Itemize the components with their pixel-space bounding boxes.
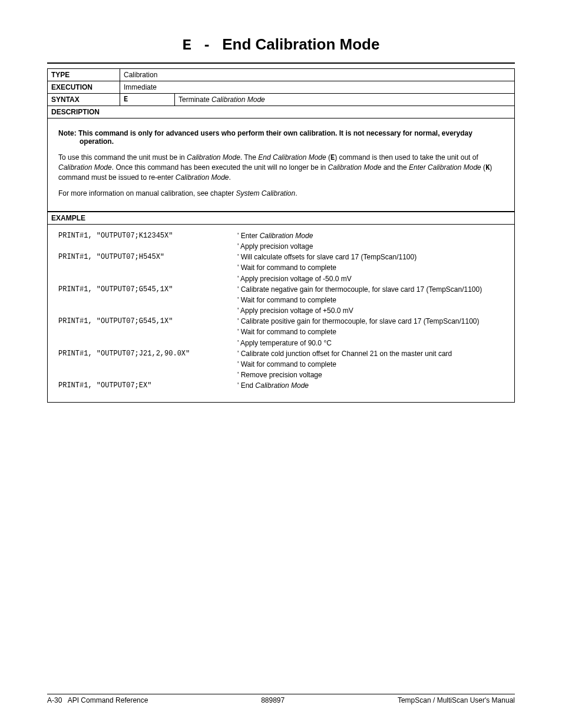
footer-left: A-30 API Command Reference [47,696,148,704]
example-row: PRINT#1, "OUTPUT07;H545X"' Will calculat… [58,252,504,262]
description-para2: For more information on manual calibrati… [58,189,504,198]
example-code: PRINT#1, "OUTPUT07;J21,2,90.0X" [58,348,237,359]
example-code: PRINT#1, "OUTPUT07;G545,1X" [58,284,237,295]
syntax-code: E [120,94,175,106]
example-code: PRINT#1, "OUTPUT07;K12345X" [58,230,237,241]
example-row: ' Remove precision voltage [58,370,504,380]
example-row: PRINT#1, "OUTPUT07;J21,2,90.0X"' Calibra… [58,348,504,359]
example-row: ' Wait for command to complete [58,359,504,370]
type-label: TYPE [48,69,120,81]
example-code [58,295,237,305]
example-table: PRINT#1, "OUTPUT07;K12345X"' Enter Calib… [58,230,504,391]
page-footer: A-30 API Command Reference 889897 TempSc… [47,694,515,704]
example-comment: ' Calibrate negative gain for thermocoup… [237,284,504,295]
syntax-desc-pre: Terminate [178,95,211,104]
example-comment: ' Apply precision voltage [237,241,504,252]
title-underline [47,62,515,64]
example-row: ' Apply precision voltage of +50.0 mV [58,305,504,316]
example-code [58,274,237,284]
example-code: PRINT#1, "OUTPUT07;G545,1X" [58,316,237,327]
example-code [58,262,237,273]
example-comment: ' Apply precision voltage of -50.0 mV [237,274,504,284]
title-command-letter: E [183,37,192,54]
title-text: End Calibration Mode [222,35,379,53]
example-row: PRINT#1, "OUTPUT07;G545,1X"' Calibrate n… [58,284,504,295]
example-code [58,327,237,337]
example-row: PRINT#1, "OUTPUT07;EX"' End Calibration … [58,380,504,391]
description-body: Note: This command is only for advanced … [48,118,514,211]
spec-table: TYPE Calibration EXECUTION Immediate SYN… [47,68,515,212]
example-comment: ' End Calibration Mode [237,380,504,391]
example-row: ' Wait for command to complete [58,295,504,305]
example-comment: ' Apply precision voltage of +50.0 mV [237,305,504,316]
example-row: PRINT#1, "OUTPUT07;K12345X"' Enter Calib… [58,230,504,241]
description-label: DESCRIPTION [48,106,515,118]
example-body: PRINT#1, "OUTPUT07;K12345X"' Enter Calib… [47,225,515,403]
example-comment: ' Will calculate offsets for slave card … [237,252,504,262]
example-code [58,241,237,252]
example-code [58,305,237,316]
example-row: ' Apply precision voltage [58,241,504,252]
execution-value: Immediate [120,81,515,94]
example-code [58,359,237,370]
example-code: PRINT#1, "OUTPUT07;EX" [58,380,237,391]
footer-right: TempScan / MultiScan User's Manual [398,696,515,704]
description-note: Note: This command is only for advanced … [58,129,504,146]
example-code [58,370,237,380]
description-para1: To use this command the unit must be in … [58,153,504,183]
example-row: PRINT#1, "OUTPUT07;G545,1X"' Calibrate p… [58,316,504,327]
type-value: Calibration [120,69,515,81]
example-comment: ' Wait for command to complete [237,262,504,273]
page-title: E - End Calibration Mode [47,35,515,54]
example-comment: ' Calibrate positive gain for thermocoup… [237,316,504,327]
example-code [58,338,237,348]
example-label: EXAMPLE [47,212,515,225]
example-comment: ' Wait for command to complete [237,295,504,305]
example-comment: ' Remove precision voltage [237,370,504,380]
syntax-label: SYNTAX [48,94,120,106]
example-comment: ' Wait for command to complete [237,359,504,370]
example-row: ' Apply temperature of 90.0 °C [58,338,504,348]
example-code: PRINT#1, "OUTPUT07;H545X" [58,252,237,262]
example-comment: ' Enter Calibration Mode [237,230,504,241]
footer-center: 889897 [261,696,285,704]
example-comment: ' Apply temperature of 90.0 °C [237,338,504,348]
execution-label: EXECUTION [48,81,120,94]
title-sep: - [204,35,210,53]
example-comment: ' Calibrate cold junction offset for Cha… [237,348,504,359]
example-row: ' Wait for command to complete [58,262,504,273]
example-row: ' Apply precision voltage of -50.0 mV [58,274,504,284]
syntax-desc: Terminate Calibration Mode [175,94,515,106]
example-comment: ' Wait for command to complete [237,327,504,337]
example-row: ' Wait for command to complete [58,327,504,337]
syntax-desc-ital: Calibration Mode [211,95,265,104]
